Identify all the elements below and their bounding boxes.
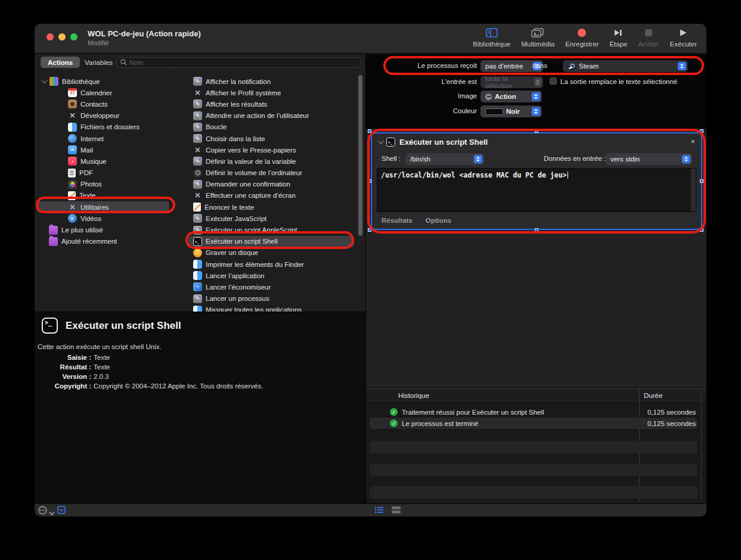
search-input[interactable]: Nom <box>116 57 361 68</box>
column-divider <box>169 70 170 312</box>
shell-script-icon: >_ <box>42 318 58 334</box>
selection-handle[interactable] <box>535 228 538 232</box>
popup-stepper-icon <box>532 107 540 116</box>
sidebar-item-musique[interactable]: ♪Musique <box>35 155 169 167</box>
minimize-window-button[interactable] <box>58 33 66 41</box>
results-button[interactable]: Résultats <box>382 217 413 224</box>
output-replaces-checkbox[interactable] <box>550 77 557 85</box>
media-icon <box>531 27 544 39</box>
script-scrollbar-track[interactable] <box>691 169 696 211</box>
tab-actions[interactable]: Actions <box>41 57 80 68</box>
sidebar-item-pdf[interactable]: PDF <box>35 167 169 179</box>
mail-icon: ✉ <box>68 145 77 154</box>
sidebar-item-ajoute-recemment[interactable]: Ajouté récemment <box>35 236 169 247</box>
automator-action-icon: ✎ <box>193 226 202 235</box>
tab-variables[interactable]: Variables <box>77 57 120 68</box>
action-list-item[interactable]: ~Lancer l’économiseur <box>185 281 358 293</box>
action-image-icon <box>485 94 492 100</box>
action-list-item[interactable]: Définir le volume de l’ordinateur <box>185 167 358 179</box>
action-list-item[interactable]: ✕Effectuer une capture d’écran <box>185 190 358 201</box>
sidebar-item-le-plus-utilise[interactable]: Le plus utilisé <box>35 224 169 235</box>
panels-view-icon[interactable] <box>391 506 401 517</box>
action-list-item[interactable]: ✎Afficher les résultats <box>185 98 358 110</box>
stop-button: Arrêter <box>638 27 659 48</box>
sidebar-item-texte[interactable]: Texte <box>35 190 169 201</box>
sidebar-item-mail[interactable]: ✉Mail <box>35 144 169 155</box>
history-column-divider[interactable] <box>701 388 702 502</box>
action-list-item[interactable]: ✎Définir la valeur de la variable <box>185 155 358 167</box>
action-list-item[interactable]: Graver un disque <box>185 247 358 259</box>
action-list-item[interactable]: ✕Afficher le Profil système <box>185 87 358 98</box>
shell-popup[interactable]: /bin/sh <box>405 153 484 165</box>
step-button[interactable]: Étape <box>609 27 627 48</box>
image-label: Image <box>366 92 477 99</box>
action-list-item[interactable]: ✎Boucle <box>185 122 358 133</box>
selection-handle[interactable] <box>700 129 703 133</box>
library-button[interactable]: Bibliothèque <box>473 27 510 48</box>
history-row[interactable]: ✓ Le processus est terminé 0,125 seconde… <box>370 418 697 429</box>
media-button[interactable]: Multimédia <box>522 27 555 48</box>
sidebar-item-photos[interactable]: Photos <box>35 179 169 190</box>
more-options-icon[interactable] <box>38 506 47 517</box>
color-popup[interactable]: Noir <box>480 105 542 117</box>
action-list-item[interactable]: ✎Lancer un processus <box>185 293 358 304</box>
description-field-input: Saisie :Texte <box>35 354 110 361</box>
sidebar-item-developpeur[interactable]: ✕Développeur <box>35 110 169 122</box>
application-popup[interactable]: Steam <box>563 60 688 72</box>
action-list-item[interactable]: Masquer toutes les applications <box>185 304 358 312</box>
selection-handle[interactable] <box>700 179 703 183</box>
sidebar-item-fichiers[interactable]: Fichiers et dossiers <box>35 122 169 133</box>
action-list-item[interactable]: ✕Copier vers le Presse-papiers <box>185 144 358 155</box>
record-icon <box>577 27 587 39</box>
text-action-icon <box>193 203 201 211</box>
text-document-icon <box>68 191 76 200</box>
selection-handle[interactable] <box>368 129 371 133</box>
steam-icon <box>568 62 576 70</box>
sidebar-item-internet[interactable]: Internet <box>35 133 169 144</box>
close-action-icon[interactable]: × <box>690 137 695 146</box>
actions-list-scrollbar[interactable] <box>358 75 362 236</box>
close-window-button[interactable] <box>46 33 54 41</box>
action-list-item[interactable]: ✎Demander une confirmation <box>185 179 358 190</box>
action-list-item[interactable]: Énoncer le texte <box>185 201 358 213</box>
selection-handle[interactable] <box>368 228 371 232</box>
selection-handle[interactable] <box>368 179 371 183</box>
automator-action-icon: ✎ <box>193 180 202 189</box>
sidebar-item-bibliotheque[interactable]: Bibliothèque <box>35 76 169 87</box>
media-browser-toggle-icon[interactable] <box>57 506 66 517</box>
record-button[interactable]: Enregistrer <box>565 27 599 48</box>
run-button[interactable]: Exécuter <box>670 27 697 48</box>
sidebar-item-calendrier[interactable]: 17Calendrier <box>35 87 169 98</box>
collapse-chevron-icon[interactable] <box>378 138 384 144</box>
history-row[interactable]: ✓ Traitement réussi pour Exécuter un scr… <box>370 406 697 418</box>
selection-handle[interactable] <box>535 129 538 133</box>
action-list-item[interactable]: ✎Afficher la notification <box>185 76 358 87</box>
selection-handle[interactable] <box>700 228 703 232</box>
history-empty-row <box>370 463 697 476</box>
history-empty-row <box>370 486 697 499</box>
sidebar-item-contacts[interactable]: Contacts <box>35 98 169 110</box>
action-list-item[interactable]: Imprimer les éléments du Finder <box>185 259 358 270</box>
sidebar-item-utilitaires[interactable]: ✕Utilitaires <box>35 201 169 213</box>
sidebar-item-videos[interactable]: ▸Vidéos <box>35 213 169 224</box>
chevron-down-icon[interactable] <box>49 508 55 517</box>
action-list-item-shell[interactable]: >_Exécuter un script Shell <box>185 236 358 247</box>
library-icon <box>49 77 58 86</box>
stdin-popup[interactable]: vers stdin <box>606 153 692 165</box>
action-list-item[interactable]: ✎Choisir dans la liste <box>185 133 358 144</box>
description-field-version: Version :2.0.3 <box>35 373 109 380</box>
image-popup[interactable]: Action <box>480 91 542 102</box>
zoom-window-button[interactable] <box>70 33 77 41</box>
action-list-item[interactable]: ✎Exécuter JavaScript <box>185 213 358 224</box>
music-icon: ♪ <box>68 157 77 166</box>
action-list-item[interactable]: ✎Attendre une action de l’utilisateur <box>185 110 358 122</box>
options-button[interactable]: Options <box>426 217 451 224</box>
action-list-item[interactable]: ✎Exécuter un script AppleScript <box>185 224 358 235</box>
script-editor[interactable]: /usr/local/bin/wol <adresse MAC du PC de… <box>377 168 696 212</box>
action-list-item[interactable]: Lancer l’application <box>185 270 358 281</box>
play-icon <box>679 27 687 39</box>
log-list-view-icon[interactable] <box>374 506 384 517</box>
automator-action-icon: ✎ <box>193 123 202 132</box>
history-empty-row <box>370 441 697 453</box>
utility-action-icon: ✕ <box>193 145 202 154</box>
